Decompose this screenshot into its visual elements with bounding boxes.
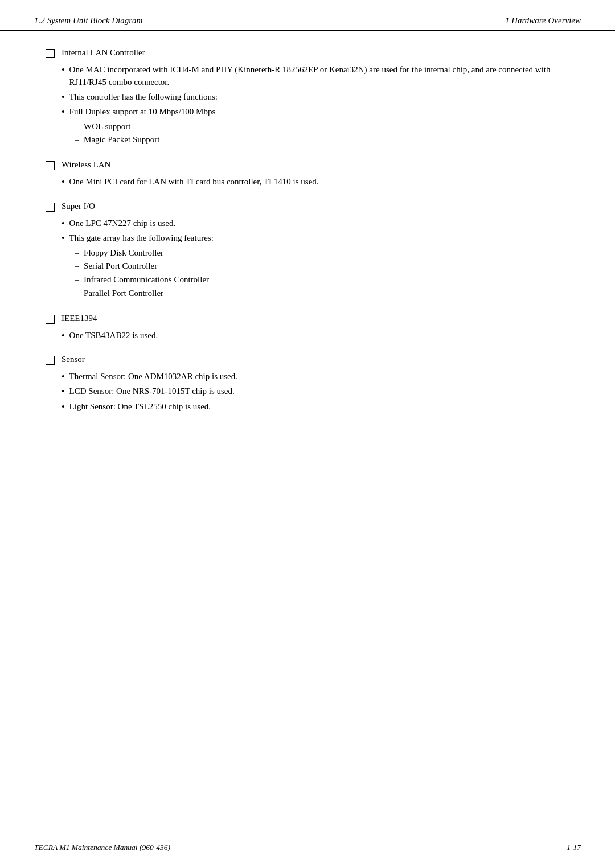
section-header-ieee1394: IEEE1394 [46,314,569,324]
bullet-text: Thermal Sensor: One ADM1032AR chip is us… [69,371,237,383]
list-item: WOL support [75,121,216,133]
bullet-text: This controller has the following functi… [69,91,218,104]
section-ieee1394: IEEE1394 One TSB43AB22 is used. [46,314,569,342]
checkbox-internal-lan [46,49,55,58]
sub-list: Floppy Disk Controller Serial Port Contr… [75,247,214,300]
bullet-text: This gate array has the following featur… [69,232,214,301]
list-item: LCD Sensor: One NRS‑701‑1015T chip is us… [62,385,569,398]
list-item: This controller has the following functi… [62,91,569,104]
section-super-io: Super I/O One LPC 47N227 chip is used. T… [46,201,569,301]
list-item: One LPC 47N227 chip is used. [62,217,569,230]
footer-left: TECRA M1 Maintenance Manual (960-436) [34,843,170,852]
list-item: Magic Packet Support [75,134,216,146]
list-item: Infrared Communications Controller [75,274,214,286]
header-right: 1 Hardware Overview [505,16,581,26]
bullet-list-ieee1394: One TSB43AB22 is used. [62,330,569,342]
bullet-text: One Mini PCI card for LAN with TI card b… [69,176,319,188]
section-title-wireless-lan: Wireless LAN [62,160,110,170]
section-title-ieee1394: IEEE1394 [62,314,97,323]
list-item: This gate array has the following featur… [62,232,569,301]
section-body-wireless-lan: One Mini PCI card for LAN with TI card b… [46,176,569,188]
list-item: One MAC incorporated with ICH4-M and PHY… [62,64,569,89]
section-title-sensor: Sensor [62,355,85,364]
header-left: 1.2 System Unit Block Diagram [34,16,142,26]
bullet-list-sensor: Thermal Sensor: One ADM1032AR chip is us… [62,371,569,413]
section-sensor: Sensor Thermal Sensor: One ADM1032AR chi… [46,355,569,413]
section-body-sensor: Thermal Sensor: One ADM1032AR chip is us… [46,371,569,413]
list-item: Floppy Disk Controller [75,247,214,260]
section-body-super-io: One LPC 47N227 chip is used. This gate a… [46,217,569,301]
bullet-text: Full Duplex support at 10 Mbps/100 Mbps … [69,106,216,147]
list-item: Parallel Port Controller [75,287,214,300]
bullet-list-wireless-lan: One Mini PCI card for LAN with TI card b… [62,176,569,188]
section-body-ieee1394: One TSB43AB22 is used. [46,330,569,342]
section-wireless-lan: Wireless LAN One Mini PCI card for LAN w… [46,160,569,188]
section-header-wireless-lan: Wireless LAN [46,160,569,170]
section-header-sensor: Sensor [46,355,569,365]
bullet-text: Light Sensor: One TSL2550 chip is used. [69,401,211,413]
list-item: Thermal Sensor: One ADM1032AR chip is us… [62,371,569,383]
section-title-internal-lan: Internal LAN Controller [62,48,145,57]
bullet-text: One TSB43AB22 is used. [69,330,158,342]
sub-list: WOL support Magic Packet Support [75,121,216,147]
page-header: 1.2 System Unit Block Diagram 1 Hardware… [0,0,615,31]
bullet-list-super-io: One LPC 47N227 chip is used. This gate a… [62,217,569,301]
section-title-super-io: Super I/O [62,201,95,211]
list-item: One Mini PCI card for LAN with TI card b… [62,176,569,188]
page: 1.2 System Unit Block Diagram 1 Hardware… [0,0,615,868]
bullet-list-internal-lan: One MAC incorporated with ICH4-M and PHY… [62,64,569,147]
section-header-super-io: Super I/O [46,201,569,212]
bullet-text: LCD Sensor: One NRS‑701‑1015T chip is us… [69,385,235,398]
checkbox-wireless-lan [46,161,55,170]
bullet-text: One LPC 47N227 chip is used. [69,217,176,230]
section-internal-lan: Internal LAN Controller One MAC incorpor… [46,48,569,147]
section-body-internal-lan: One MAC incorporated with ICH4-M and PHY… [46,64,569,147]
section-header-internal-lan: Internal LAN Controller [46,48,569,58]
bullet-text: One MAC incorporated with ICH4-M and PHY… [69,64,569,89]
list-item: Light Sensor: One TSL2550 chip is used. [62,401,569,413]
checkbox-ieee1394 [46,315,55,324]
list-item: One TSB43AB22 is used. [62,330,569,342]
checkbox-super-io [46,203,55,212]
list-item: Serial Port Controller [75,260,214,273]
checkbox-sensor [46,356,55,365]
page-footer: TECRA M1 Maintenance Manual (960-436) 1-… [0,838,615,852]
main-content: Internal LAN Controller One MAC incorpor… [0,48,615,471]
list-item: Full Duplex support at 10 Mbps/100 Mbps … [62,106,569,147]
footer-right: 1-17 [567,843,581,852]
